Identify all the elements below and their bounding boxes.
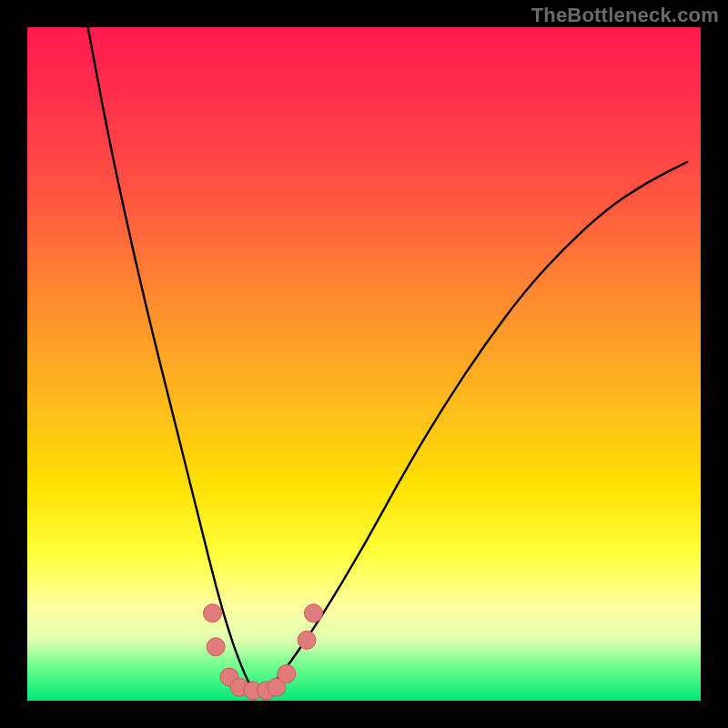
marker-point (298, 631, 316, 649)
chart-plot-area (27, 27, 701, 701)
bottleneck-curve (88, 27, 688, 691)
chart-overlay-svg (27, 27, 701, 701)
watermark-text: TheBottleneck.com (531, 4, 719, 27)
marker-point (305, 604, 323, 622)
markers-group (204, 604, 323, 700)
marker-point (278, 664, 296, 682)
marker-point (207, 638, 225, 656)
marker-point (204, 604, 222, 622)
chart-frame: TheBottleneck.com (0, 0, 728, 728)
